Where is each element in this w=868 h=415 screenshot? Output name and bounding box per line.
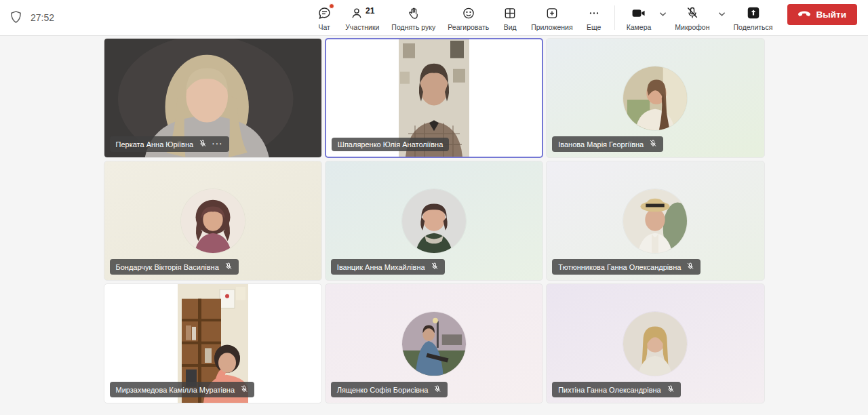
mic-options-chevron[interactable]	[716, 6, 728, 21]
avatar	[623, 312, 687, 376]
avatar	[623, 66, 687, 130]
participant-tile[interactable]: Бондарчук Вікторія Василівна	[104, 161, 322, 281]
avatar	[623, 189, 687, 253]
meeting-stage: Перката Анна Юріївна ···	[0, 36, 868, 415]
react-button[interactable]: Реагировать	[441, 3, 495, 33]
participant-name: Перката Анна Юріївна	[116, 140, 194, 149]
apps-plus-icon	[545, 5, 559, 22]
participant-name: Мирзахмедова Камілла Муратівна	[116, 386, 235, 394]
smiley-icon	[462, 5, 475, 22]
share-screen-icon	[746, 5, 761, 22]
camera-options-chevron[interactable]	[657, 6, 669, 21]
shield-icon	[9, 10, 22, 26]
mic-muted-icon	[433, 384, 441, 395]
mic-label: Микрофон	[675, 23, 709, 31]
mic-muted-icon	[199, 139, 207, 149]
participants-label: Участники	[345, 23, 379, 31]
mic-muted-icon	[667, 384, 675, 395]
participants-count: 21	[366, 6, 374, 16]
raise-hand-button[interactable]: Поднять руку	[385, 3, 441, 33]
share-label: Поделиться	[734, 23, 773, 31]
chat-icon	[317, 5, 332, 22]
participant-name: Бондарчук Вікторія Василівна	[116, 263, 219, 271]
participant-tile[interactable]: Пихтіна Ганна Олександрівна	[546, 283, 764, 403]
participants-button[interactable]: 21 Участники	[339, 3, 385, 33]
mic-muted-icon	[240, 384, 248, 395]
mic-muted-icon	[686, 262, 694, 272]
participant-grid: Перката Анна Юріївна ···	[104, 36, 765, 403]
chat-label: Чат	[318, 23, 330, 31]
mic-button[interactable]: Микрофон	[669, 3, 715, 33]
view-button[interactable]: Вид	[495, 3, 525, 33]
apps-label: Приложения	[531, 23, 572, 31]
share-button[interactable]: Поделиться	[728, 3, 779, 33]
mic-muted-icon	[649, 139, 657, 149]
participant-tile[interactable]: Перката Анна Юріївна ···	[104, 38, 322, 158]
raise-hand-label: Поднять руку	[391, 23, 435, 31]
participant-name: Пихтіна Ганна Олександрівна	[558, 386, 661, 394]
leave-button[interactable]: Выйти	[787, 4, 858, 25]
leave-label: Выйти	[816, 9, 847, 20]
participant-name: Тютюнникова Ганна Олександрівна	[558, 263, 681, 271]
mic-muted-icon	[224, 262, 233, 272]
participant-tile[interactable]: Іванцик Анна Михайлівна	[325, 161, 543, 281]
apps-button[interactable]: Приложения	[525, 3, 578, 33]
more-options-icon[interactable]: ···	[212, 140, 223, 148]
grid-view-icon	[503, 5, 517, 22]
participant-name-label: Шпаляренко Юлія Анатоліївна	[332, 138, 449, 151]
participant-name: Іванцик Анна Михайлівна	[337, 263, 425, 271]
chat-notification-dot	[329, 3, 334, 9]
avatar	[402, 312, 466, 376]
view-label: Вид	[504, 23, 517, 31]
hangup-icon	[798, 9, 810, 20]
participant-name-label: Лященко Софія Борисівна	[331, 382, 448, 397]
participant-name-label: Іванова Марія Георгіївна	[552, 136, 663, 152]
participant-name-label: Іванцик Анна Михайлівна	[331, 259, 445, 275]
avatar	[181, 189, 245, 253]
more-button[interactable]: Еще	[579, 3, 609, 33]
participant-tile[interactable]: Тютюнникова Ганна Олександрівна	[546, 161, 764, 281]
ellipsis-icon	[587, 5, 601, 22]
participant-tile[interactable]: Іванова Марія Георгіївна	[546, 38, 764, 158]
participant-name-label: Бондарчук Вікторія Василівна	[110, 259, 239, 275]
participant-name: Іванова Марія Георгіївна	[558, 140, 644, 149]
mic-muted-icon	[686, 5, 699, 22]
participant-tile[interactable]: Шпаляренко Юлія Анатоліївна	[325, 38, 543, 158]
participant-name: Шпаляренко Юлія Анатоліївна	[338, 140, 443, 149]
more-label: Еще	[587, 23, 601, 31]
raise-hand-icon	[407, 5, 420, 22]
avatar	[402, 189, 466, 253]
camera-button[interactable]: Камера	[620, 3, 658, 33]
react-label: Реагировать	[448, 23, 489, 31]
camera-icon	[631, 5, 647, 22]
participant-name: Лященко Софія Борисівна	[337, 386, 429, 394]
participant-tile[interactable]: Мирзахмедова Камілла Муратівна	[104, 283, 322, 403]
participant-name-label: Мирзахмедова Камілла Муратівна	[110, 382, 255, 397]
meeting-toolbar: 27:52 Чат 21 Участники	[0, 0, 868, 36]
chat-button[interactable]: Чат	[309, 3, 339, 33]
participant-name-label: Перката Анна Юріївна ···	[110, 136, 230, 152]
participants-icon: 21	[350, 5, 374, 22]
camera-label: Камера	[627, 23, 652, 31]
participant-tile[interactable]: Лященко Софія Борисівна	[325, 283, 543, 403]
timer-value: 27:52	[31, 12, 54, 23]
toolbar-divider	[614, 5, 615, 30]
toolbar-actions: Чат 21 Участники Поднять руку	[309, 3, 863, 33]
meeting-timer: 27:52	[9, 10, 54, 26]
participant-name-label: Пихтіна Ганна Олександрівна	[552, 382, 681, 397]
mic-muted-icon	[431, 262, 439, 272]
participant-name-label: Тютюнникова Ганна Олександрівна	[552, 259, 701, 275]
